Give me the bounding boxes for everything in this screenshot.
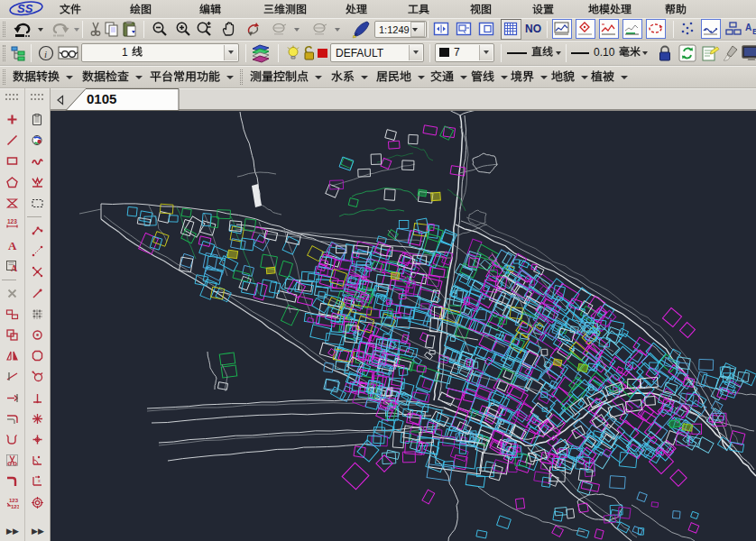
svg-text:B: B: [752, 27, 756, 36]
svg-text:A: A: [8, 239, 17, 252]
svg-text:i: i: [44, 49, 47, 60]
svg-text:123: 123: [11, 504, 19, 509]
svg-text:A: A: [745, 23, 751, 32]
svg-text:SS: SS: [17, 2, 33, 15]
svg-text:123: 123: [9, 497, 19, 502]
svg-text:x: x: [38, 478, 41, 483]
svg-text:A: A: [11, 263, 18, 273]
svg-text:123: 123: [7, 218, 17, 225]
